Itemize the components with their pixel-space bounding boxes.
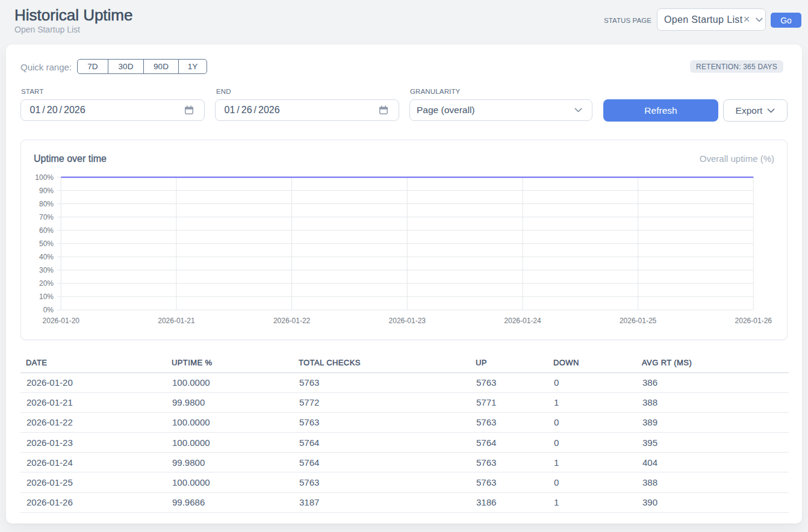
svg-text:20%: 20%: [39, 279, 54, 288]
svg-text:40%: 40%: [39, 253, 54, 261]
svg-text:2026-01-26: 2026-01-26: [735, 317, 772, 325]
svg-text:2026-01-22: 2026-01-22: [273, 317, 311, 325]
svg-text:80%: 80%: [39, 200, 54, 208]
svg-text:60%: 60%: [39, 226, 54, 235]
svg-text:70%: 70%: [39, 213, 54, 221]
svg-text:2026-01-21: 2026-01-21: [158, 317, 195, 325]
svg-text:2026-01-23: 2026-01-23: [389, 317, 426, 325]
svg-text:2026-01-25: 2026-01-25: [620, 317, 657, 325]
svg-text:2026-01-20: 2026-01-20: [43, 317, 80, 325]
svg-text:90%: 90%: [39, 187, 54, 195]
svg-text:50%: 50%: [39, 240, 54, 248]
svg-text:0%: 0%: [43, 306, 54, 314]
svg-text:100%: 100%: [35, 173, 54, 182]
svg-text:10%: 10%: [39, 292, 54, 301]
svg-text:30%: 30%: [39, 266, 54, 274]
svg-text:2026-01-24: 2026-01-24: [504, 317, 541, 325]
